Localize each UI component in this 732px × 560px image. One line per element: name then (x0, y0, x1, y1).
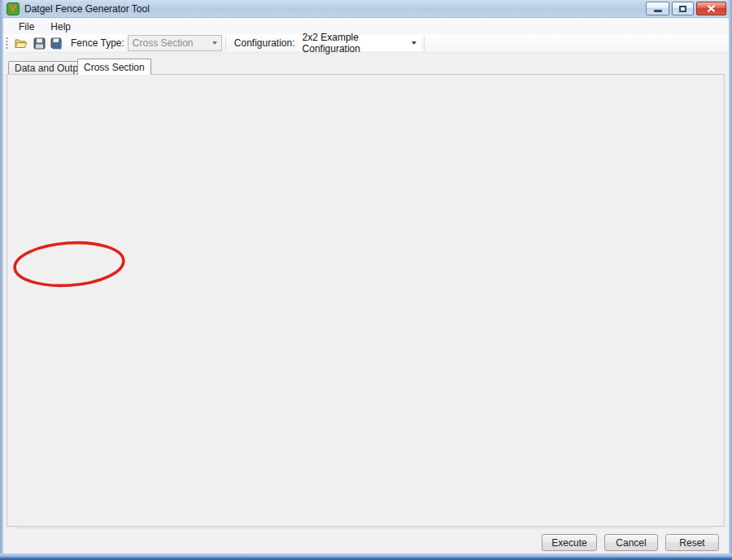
close-button[interactable] (696, 2, 726, 15)
configuration-value: 2x2 Example Configuration (303, 32, 412, 54)
fence-type-label: Fence Type: (71, 37, 124, 49)
close-icon (707, 5, 716, 12)
maximize-icon (679, 6, 686, 12)
app-logo-icon (7, 2, 20, 15)
open-icon (15, 37, 28, 49)
open-button[interactable] (12, 35, 30, 51)
toolbar: Fence Type: Cross Section Configuration:… (3, 34, 729, 53)
configuration-combobox[interactable]: 2x2 Example Configuration (298, 35, 420, 51)
window-border-bottom (0, 553, 732, 560)
tab-page-cross-section (7, 74, 725, 527)
cancel-button[interactable]: Cancel (604, 534, 658, 551)
title-bar: Datgel Fence Generator Tool (0, 0, 732, 18)
tab-cross-section[interactable]: Cross Section (77, 59, 151, 75)
save-chart-icon (50, 37, 63, 50)
save-icon (33, 37, 46, 50)
save-button[interactable] (30, 35, 48, 51)
window-border-left (0, 0, 3, 560)
chevron-down-icon (212, 41, 217, 45)
app-window: Datgel Fence Generator Tool File Help (0, 0, 732, 560)
window-title: Datgel Fence Generator Tool (24, 3, 150, 15)
configuration-label: Configuration: (234, 37, 295, 49)
minimize-icon (654, 10, 662, 12)
chevron-down-icon (412, 41, 416, 45)
toolbar-separator (225, 36, 226, 50)
menu-item-file[interactable]: File (11, 20, 41, 34)
window-border-right (729, 0, 732, 560)
maximize-button[interactable] (672, 2, 694, 15)
reset-button[interactable]: Reset (665, 534, 719, 551)
save-chart-button[interactable] (48, 35, 66, 51)
execute-button[interactable]: Execute (542, 534, 597, 551)
minimize-button[interactable] (646, 2, 669, 15)
toolbar-grip[interactable] (6, 37, 8, 50)
menu-item-help[interactable]: Help (43, 20, 78, 34)
fence-type-value: Cross Section (133, 37, 194, 49)
fence-type-combobox: Cross Section (128, 35, 222, 51)
toolbar-separator (424, 36, 425, 50)
